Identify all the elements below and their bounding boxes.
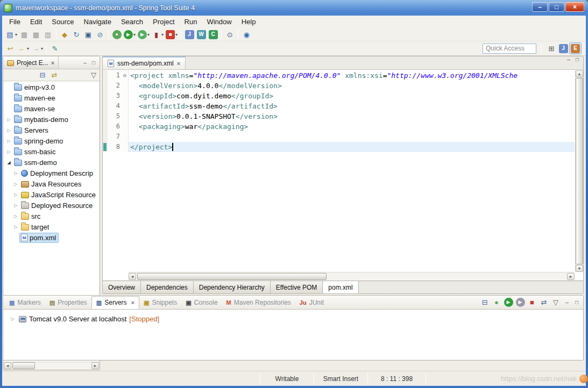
tab-project-explorer[interactable]: Project E... × — [3, 56, 59, 69]
close-view-icon[interactable]: × — [51, 60, 54, 66]
scroll-left-icon[interactable]: ◄ — [4, 362, 11, 369]
link-with-editor-icon[interactable]: ⇄ — [48, 70, 60, 81]
menu-source[interactable]: Source — [47, 16, 79, 27]
run-icon[interactable]: ▶▾ — [123, 28, 137, 40]
export-jar-icon[interactable]: ◆ — [59, 28, 70, 40]
code-line[interactable]: 5 <version>0.0.1-SNAPSHOT</version> — [103, 111, 575, 121]
maximize-view-icon[interactable]: □ — [572, 299, 581, 305]
terminate-icon[interactable]: ■▾ — [165, 28, 179, 40]
tree-item-eimp-v3-0[interactable]: eimp-v3.0 — [4, 82, 99, 92]
new-web-project-icon[interactable]: W — [195, 28, 207, 40]
close-editor-icon[interactable]: × — [177, 60, 180, 67]
last-edit-location-icon[interactable]: ↩ — [4, 42, 16, 54]
tree-item-servers[interactable]: ▷Servers — [4, 125, 99, 135]
scroll-up-icon[interactable]: ▲ — [576, 70, 583, 77]
stop-server-icon[interactable]: ■ — [526, 297, 538, 308]
code-line[interactable]: 8</project> — [103, 142, 575, 152]
close-button[interactable]: × — [565, 2, 584, 12]
editor-v-scrollbar[interactable]: ▲ ▼ — [575, 70, 583, 272]
java-perspective-icon[interactable]: J — [557, 42, 569, 54]
scroll-down-icon[interactable]: ▼ — [576, 265, 583, 272]
print-icon[interactable]: ▥ — [42, 28, 54, 40]
collapse-all-icon[interactable]: ⊟ — [479, 297, 491, 308]
code-line[interactable]: 3 <groupId>com.dyit.demo</groupId> — [103, 91, 575, 101]
update-maven-project-icon[interactable]: ↻ — [70, 28, 82, 40]
fold-collapse-icon[interactable]: ⊖ — [122, 70, 129, 81]
tree-item-deployment-descrip[interactable]: ▷Deployment Descrip — [4, 168, 99, 178]
menu-navigate[interactable]: Navigate — [79, 16, 116, 27]
maximize-view-icon[interactable]: □ — [89, 60, 98, 66]
expander-icon[interactable]: ▷ — [5, 128, 12, 133]
view-tab-maven-repositories[interactable]: MMaven Repositories — [222, 296, 295, 309]
tree-item-mybatis-demo[interactable]: ▷mybatis-demo — [4, 114, 99, 125]
tree-item-spring-demo[interactable]: ▷spring-demo — [4, 135, 99, 146]
tree-item-java-resources[interactable]: ▷Java Resources — [4, 178, 99, 189]
menu-project[interactable]: Project — [148, 16, 179, 27]
expander-icon[interactable]: ▷ — [5, 117, 12, 122]
new-java-project-icon[interactable]: J — [183, 28, 195, 40]
view-tab-junit[interactable]: JuJUnit — [295, 296, 328, 309]
title-bar[interactable]: mavenworkspace - ssm-demo/pom.xml - Spri… — [0, 0, 588, 16]
expander-icon[interactable]: ◢ — [5, 160, 12, 165]
search-icon[interactable]: ⊙ — [224, 28, 236, 40]
collapse-all-icon[interactable]: ⊟ — [37, 70, 48, 81]
new-editor-icon[interactable]: ✎ — [49, 42, 61, 54]
page-tab-dependencies[interactable]: Dependencies — [141, 281, 194, 293]
coverage-icon[interactable]: ▮▾ — [151, 28, 165, 40]
tree-item-ssm-basic[interactable]: ▷ssm-basic — [4, 146, 99, 157]
expander-icon[interactable]: ▷ — [12, 192, 19, 197]
maximize-button[interactable]: □ — [549, 2, 564, 12]
explorer-h-scrollbar[interactable]: ◄ ► — [4, 362, 99, 369]
minimize-view-icon[interactable]: – — [563, 299, 571, 305]
save-all-icon[interactable]: ▩ — [30, 28, 42, 40]
view-tab-console[interactable]: ▣Console — [181, 296, 222, 309]
maximize-editor-icon[interactable]: □ — [573, 56, 582, 69]
new-class-icon[interactable]: C — [207, 28, 219, 40]
view-tab-properties[interactable]: ▤Properties — [45, 296, 91, 309]
open-web-browser-icon[interactable]: ◉ — [240, 28, 252, 40]
scroll-right-icon[interactable]: ► — [567, 273, 575, 280]
menu-help[interactable]: Help — [237, 16, 261, 27]
scroll-thumb[interactable] — [137, 273, 327, 280]
code-line[interactable]: 7 — [103, 132, 575, 142]
forward-icon[interactable]: →▾ — [30, 42, 44, 54]
tab-pom-xml-editor[interactable]: ssm-demo/pom.xml × — [103, 56, 186, 69]
view-tab-servers[interactable]: ▥Servers× — [91, 296, 139, 309]
tree-item-target[interactable]: ▷target — [4, 221, 99, 232]
scroll-thumb[interactable] — [12, 362, 35, 369]
view-menu-icon[interactable]: ▽ — [550, 297, 562, 308]
run-external-tools-icon[interactable]: ▶▾ — [137, 28, 151, 40]
editor-lines[interactable]: 1⊖<project xmlns="http://maven.apache.or… — [103, 70, 575, 272]
open-console-icon[interactable]: ▣ — [82, 28, 94, 40]
expander-icon[interactable]: ▷ — [5, 139, 12, 143]
minimize-button[interactable]: – — [532, 2, 548, 12]
page-tab-overview[interactable]: Overview — [103, 281, 141, 293]
menu-search[interactable]: Search — [116, 16, 148, 27]
expander-icon[interactable]: ▷ — [12, 171, 19, 176]
tree-item-maven-ee[interactable]: maven-ee — [4, 92, 99, 103]
code-line[interactable]: 4 <artifactId>ssm-demo</artifactId> — [103, 101, 575, 111]
open-perspective-icon[interactable]: ⊞ — [546, 42, 557, 54]
scroll-track[interactable] — [136, 273, 567, 280]
scroll-left-icon[interactable]: ◄ — [129, 273, 136, 280]
javaee-perspective-icon[interactable]: E — [569, 42, 582, 54]
view-menu-icon[interactable]: ▽ — [88, 70, 100, 81]
new-wizard-icon[interactable]: ▤▾ — [4, 28, 18, 40]
scroll-track[interactable] — [576, 78, 583, 264]
expander-icon[interactable]: ▷ — [12, 203, 19, 208]
save-icon[interactable]: ▦ — [18, 28, 30, 40]
view-tab-snippets[interactable]: ▣Snippets — [139, 296, 181, 309]
tree-item-maven-se[interactable]: maven-se — [4, 103, 99, 114]
skip-breakpoints-icon[interactable]: ⊘ — [94, 28, 106, 40]
expander-icon[interactable]: ▷ — [12, 214, 19, 219]
tree-item-javascript-resource[interactable]: ▷JavaScript Resource — [4, 189, 99, 200]
debug-server-icon[interactable]: ● — [491, 297, 502, 308]
tree-item-ssm-demo[interactable]: ◢ssm-demo — [4, 157, 99, 168]
code-line[interactable]: 6 <packaging>war</packaging> — [103, 121, 575, 132]
server-list-item[interactable]: ▷ Tomcat v9.0 Server at localhost [Stopp… — [4, 313, 583, 324]
view-tab-markers[interactable]: ▦Markers — [5, 296, 45, 309]
expander-icon[interactable]: ▷ — [12, 182, 19, 186]
menu-run[interactable]: Run — [180, 16, 202, 27]
tree-item-src[interactable]: ▷src — [4, 211, 99, 221]
page-tab-effective-pom[interactable]: Effective POM — [271, 281, 323, 293]
